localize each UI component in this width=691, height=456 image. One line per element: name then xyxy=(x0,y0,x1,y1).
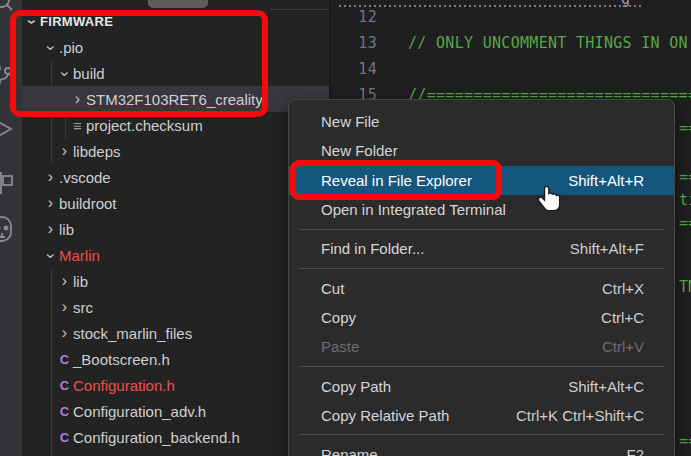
chevron-down-icon: › xyxy=(43,248,59,265)
menu-item-label: Cut xyxy=(321,280,344,297)
menu-item-shortcut: Ctrl+X xyxy=(602,280,644,297)
menu-item-label: Copy Relative Path xyxy=(321,407,449,424)
menu-item-label: Reveal in File Explorer xyxy=(321,172,472,189)
platformio-icon[interactable] xyxy=(0,216,15,242)
tree-item-label: build xyxy=(73,65,105,82)
c-header-file-icon: C xyxy=(56,378,73,393)
chevron-down-icon: › xyxy=(24,14,40,31)
tree-item-label: buildroot xyxy=(59,195,117,212)
chevron-right-icon: › xyxy=(56,299,73,315)
menu-item-label: New Folder xyxy=(321,142,398,159)
clipped-code-fragment: == xyxy=(679,119,691,137)
menu-item-shortcut: Ctrl+V xyxy=(602,338,644,355)
menu-item-label: Copy Path xyxy=(321,378,391,395)
extensions-icon[interactable] xyxy=(0,170,15,196)
code-line-13: 13// ONLY UNCOMMENT THINGS IN ON xyxy=(331,30,691,56)
explorer-context-menu: New FileNew FolderReveal in File Explore… xyxy=(288,99,675,456)
tree-item-label: STM32F103RET6_creality xyxy=(86,91,263,108)
menu-item-copy-path[interactable]: Copy PathShift+Alt+C xyxy=(289,371,674,400)
menu-item-shortcut: Shift+Alt+R xyxy=(568,172,644,189)
tree-item-label: lib xyxy=(73,273,88,290)
menu-item-copy[interactable]: CopyCtrl+C xyxy=(289,303,674,332)
menu-item-open-in-integrated-terminal[interactable]: Open in Integrated Terminal xyxy=(289,195,674,224)
tree-item-label: .pio xyxy=(59,39,83,56)
menu-item-paste[interactable]: PasteCtrl+V xyxy=(289,332,674,361)
chevron-right-icon: › xyxy=(56,143,73,159)
tree-item-label: Configuration_adv.h xyxy=(73,403,206,420)
menu-item-label: Copy xyxy=(321,309,356,326)
tree-item-label: FIRMWARE xyxy=(40,14,113,29)
tree-item-build[interactable]: ›build xyxy=(22,60,363,86)
menu-item-copy-relative-path[interactable]: Copy Relative PathCtrl+K Ctrl+Shift+C xyxy=(289,401,674,430)
menu-item-shortcut: Ctrl+C xyxy=(601,309,644,326)
chevron-right-icon: › xyxy=(56,273,73,289)
scrollbar-thumb[interactable] xyxy=(148,0,208,8)
tree-item-label: Configuration_backend.h xyxy=(73,429,240,446)
tree-item-label: src xyxy=(73,299,93,316)
menu-item-label: New File xyxy=(321,113,379,130)
menu-separator xyxy=(299,366,664,367)
menu-item-reveal-in-file-explorer[interactable]: Reveal in File ExplorerShift+Alt+R xyxy=(289,166,674,195)
c-header-file-icon: C xyxy=(56,352,73,367)
tree-item-root[interactable]: › FIRMWARE xyxy=(22,8,330,34)
code-text: // ONLY UNCOMMENT THINGS IN ON xyxy=(408,34,688,52)
menu-separator xyxy=(299,268,664,269)
menu-item-label: Rename... xyxy=(321,446,390,456)
menu-item-rename[interactable]: Rename...F2 xyxy=(289,440,674,456)
menu-item-shortcut: Shift+Alt+C xyxy=(568,378,644,395)
menu-item-label: Paste xyxy=(321,338,359,355)
menu-item-new-folder[interactable]: New Folder xyxy=(289,136,674,165)
c-header-file-icon: C xyxy=(56,404,73,419)
code-line-14: 14 xyxy=(331,56,691,82)
chevron-down-icon: › xyxy=(43,40,59,57)
tree-item-label: Configuration.h xyxy=(73,377,175,394)
tree-item-label: Marlin xyxy=(59,247,100,264)
tree-item-label: stock_marlin_files xyxy=(73,325,192,342)
chevron-right-icon: › xyxy=(42,195,59,211)
menu-item-shortcut: F2 xyxy=(626,446,644,456)
clipped-code-fragment: == xyxy=(679,432,691,450)
menu-item-shortcut: Ctrl+K Ctrl+Shift+C xyxy=(516,407,644,424)
code-line-12: 12 xyxy=(331,4,691,30)
menu-item-new-file[interactable]: New File xyxy=(289,107,674,136)
chevron-right-icon: › xyxy=(69,91,86,107)
menu-item-label: Find in Folder... xyxy=(321,240,424,257)
menu-separator xyxy=(299,434,664,435)
chevron-down-icon: › xyxy=(57,66,73,83)
chevron-right-icon: › xyxy=(56,325,73,341)
checksum-file-icon: ≡ xyxy=(69,117,86,134)
run-debug-icon[interactable] xyxy=(0,116,15,142)
menu-item-cut[interactable]: CutCtrl+X xyxy=(289,273,674,302)
clipped-code-fragment: == xyxy=(679,168,691,186)
menu-item-shortcut: Shift+Alt+F xyxy=(570,240,644,257)
clipped-code-fragment: TM xyxy=(679,278,691,296)
search-icon[interactable] xyxy=(0,0,15,14)
source-control-icon[interactable] xyxy=(0,62,15,88)
clipped-code-fragment: == xyxy=(679,214,691,232)
menu-separator xyxy=(299,229,664,230)
chevron-right-icon: › xyxy=(42,169,59,185)
tree-item-label: .vscode xyxy=(59,169,111,186)
tree-item-label: lib xyxy=(59,221,74,238)
tree-item-label: libdeps xyxy=(73,143,121,160)
clipped-code-fragment: ti xyxy=(679,191,691,209)
line-number: 12 xyxy=(331,8,377,26)
menu-item-label: Open in Integrated Terminal xyxy=(321,201,506,218)
activity-bar xyxy=(0,0,22,456)
c-header-file-icon: C xyxy=(56,430,73,445)
menu-item-find-in-folder[interactable]: Find in Folder...Shift+Alt+F xyxy=(289,234,674,263)
tree-item-label: project.checksum xyxy=(86,117,203,134)
explorer-sidebar: › FIRMWARE ›.pio›build›STM32F103RET6_cre… xyxy=(22,0,329,456)
tree-item-label: _Bootscreen.h xyxy=(73,351,170,368)
chevron-right-icon: › xyxy=(42,221,59,237)
tree-item-.pio[interactable]: ›.pio xyxy=(22,34,349,60)
